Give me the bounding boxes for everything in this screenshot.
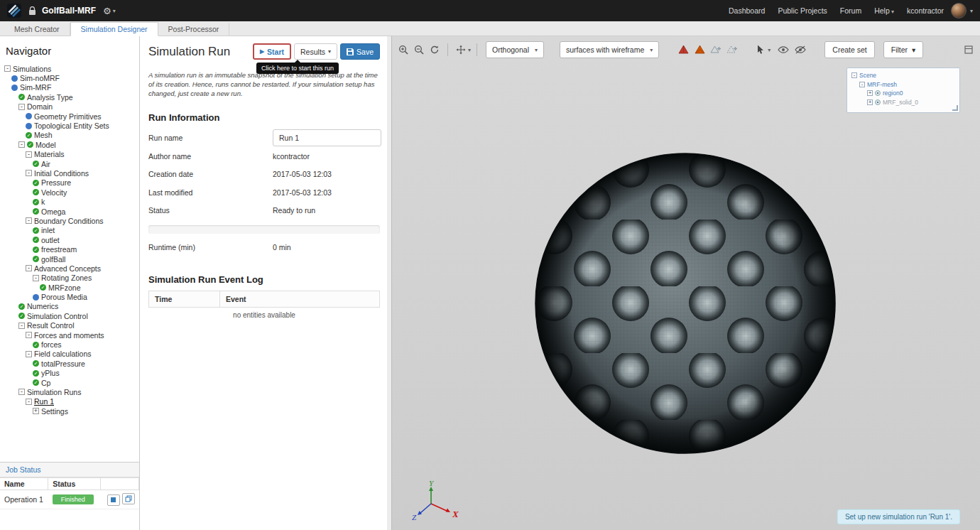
tree-item-advanced-concepts[interactable]: -Advanced Concepts bbox=[0, 264, 139, 273]
add-mesh-primitive-icon[interactable] bbox=[725, 42, 739, 58]
viewer-3d[interactable]: ▾ Orthogonal▾ surfaces with wireframe▾ bbox=[392, 36, 980, 530]
chevron-down-icon[interactable]: ▾ bbox=[768, 47, 771, 53]
tree-item-run-1[interactable]: -Run 1 bbox=[0, 397, 139, 406]
tree-item-outlet[interactable]: ✓outlet bbox=[0, 235, 139, 244]
expand-icon[interactable]: + bbox=[867, 90, 873, 96]
render-mode-select[interactable]: surfaces with wireframe▾ bbox=[560, 41, 659, 58]
topnav-dashboard[interactable]: Dashboard bbox=[729, 6, 765, 15]
collapse-icon[interactable]: - bbox=[26, 265, 32, 271]
mesh-clip-icon[interactable] bbox=[676, 42, 690, 58]
collapse-icon[interactable]: - bbox=[26, 399, 32, 405]
tree-item-pressure[interactable]: ✓Pressure bbox=[0, 178, 139, 188]
app-logo-icon[interactable] bbox=[7, 4, 21, 18]
show-all-eye-icon[interactable] bbox=[776, 42, 790, 58]
save-button[interactable]: Save bbox=[340, 43, 380, 60]
camera-mode-select[interactable]: Orthogonal▾ bbox=[486, 41, 544, 58]
tree-item-result-control[interactable]: -Result Control bbox=[0, 321, 139, 330]
tab-post-processor[interactable]: Post-Processor bbox=[158, 23, 230, 36]
project-settings-gear-icon[interactable]: ⚙ bbox=[103, 6, 111, 16]
tree-item-simulation-runs[interactable]: -Simulation Runs bbox=[0, 387, 139, 396]
chevron-down-icon[interactable]: ▾ bbox=[113, 8, 116, 14]
topnav-public-projects[interactable]: Public Projects bbox=[778, 6, 827, 15]
start-run-button[interactable]: ▶Start bbox=[253, 43, 291, 60]
collapse-icon[interactable]: - bbox=[4, 65, 11, 72]
tree-item-boundary-conditions[interactable]: -Boundary Conditions bbox=[0, 216, 139, 225]
visibility-eye-icon[interactable] bbox=[875, 99, 881, 105]
create-set-button[interactable]: Create set bbox=[824, 41, 874, 58]
panel-splitter[interactable] bbox=[387, 36, 392, 530]
mesh-quality-icon[interactable] bbox=[692, 42, 707, 58]
tree-item-topological-entity-sets[interactable]: Topological Entity Sets bbox=[0, 121, 139, 130]
tree-item-sim-mrf[interactable]: Sim-MRF bbox=[0, 83, 139, 92]
collapse-icon[interactable]: - bbox=[18, 104, 25, 110]
collapse-icon[interactable]: - bbox=[859, 82, 865, 87]
scene-item-mrf-solid-0[interactable]: +MRF_solid_0 bbox=[850, 98, 957, 107]
tree-item-cp[interactable]: ✓Cp bbox=[0, 378, 139, 387]
job-copy-button[interactable] bbox=[122, 493, 135, 504]
tree-item-field-calculations[interactable]: -Field calculations bbox=[0, 350, 139, 359]
panel-resize-handle[interactable] bbox=[952, 105, 958, 111]
tree-item-sim-nomrf[interactable]: Sim-noMRF bbox=[0, 73, 139, 82]
collapse-icon[interactable]: - bbox=[26, 217, 32, 224]
tree-item-inlet[interactable]: ✓inlet bbox=[0, 226, 139, 235]
scene-panel-toggle-icon[interactable] bbox=[962, 42, 976, 58]
expand-icon[interactable]: + bbox=[867, 99, 873, 105]
tree-item-domain[interactable]: -Domain bbox=[0, 102, 139, 112]
tree-item-settings[interactable]: +Settings bbox=[0, 406, 139, 416]
tree-item-numerics[interactable]: ✓Numerics bbox=[0, 302, 139, 311]
username-label[interactable]: kcontractor bbox=[907, 6, 944, 15]
add-geometry-primitive-icon[interactable] bbox=[709, 42, 723, 58]
tree-item-omega[interactable]: ✓Omega bbox=[0, 207, 139, 216]
scene-item-region0[interactable]: +region0 bbox=[850, 89, 957, 98]
tree-item-velocity[interactable]: ✓Velocity bbox=[0, 188, 139, 197]
expand-icon[interactable]: + bbox=[33, 408, 39, 414]
tree-item-analysis-type[interactable]: ✓Analysis Type bbox=[0, 92, 139, 102]
tree-item-initial-conditions[interactable]: -Initial Conditions bbox=[0, 168, 139, 178]
tree-item-totalpressure[interactable]: ✓totalPressure bbox=[0, 359, 139, 368]
collapse-icon[interactable]: - bbox=[26, 351, 32, 357]
tree-item-geometry-primitives[interactable]: Geometry Primitives bbox=[0, 112, 139, 121]
user-menu-chevron-icon[interactable]: ▾ bbox=[970, 8, 973, 14]
collapse-icon[interactable]: - bbox=[18, 389, 25, 395]
chevron-down-icon[interactable]: ▾ bbox=[468, 47, 471, 53]
tree-item-k[interactable]: ✓k bbox=[0, 197, 139, 206]
topnav-forum[interactable]: Forum bbox=[840, 6, 861, 15]
tree-item-simulation-control[interactable]: ✓Simulation Control bbox=[0, 311, 139, 320]
tree-item-forces-and-moments[interactable]: -Forces and moments bbox=[0, 330, 139, 340]
tree-item-forces[interactable]: ✓forces bbox=[0, 340, 139, 349]
tree-item-freestream[interactable]: ✓freestream bbox=[0, 244, 139, 254]
topnav-help[interactable]: Help ▾ bbox=[874, 6, 894, 15]
tree-item-simulations[interactable]: -Simulations bbox=[0, 64, 139, 73]
avatar[interactable] bbox=[951, 3, 967, 18]
run-name-input[interactable] bbox=[273, 129, 381, 146]
collapse-icon[interactable]: - bbox=[33, 275, 39, 281]
select-cursor-icon[interactable] bbox=[753, 42, 768, 58]
tree-item-air[interactable]: ✓Air bbox=[0, 159, 139, 168]
tree-item-materials[interactable]: -Materials bbox=[0, 150, 139, 159]
tree-item-rotating-zones[interactable]: -Rotating Zones bbox=[0, 274, 139, 283]
job-detail-button[interactable] bbox=[107, 494, 120, 506]
collapse-icon[interactable]: - bbox=[26, 151, 32, 158]
tree-item-porous-media[interactable]: Porous Media bbox=[0, 292, 139, 301]
refresh-view-icon[interactable] bbox=[428, 42, 442, 58]
zoom-in-icon[interactable] bbox=[396, 42, 410, 58]
golf-ball-mesh-model[interactable] bbox=[535, 153, 836, 454]
tree-item-golfball[interactable]: ✓golfBall bbox=[0, 254, 139, 264]
tree-item-yplus[interactable]: ✓yPlus bbox=[0, 369, 139, 378]
collapse-icon[interactable]: - bbox=[18, 141, 25, 148]
scene-item-mrf-mesh[interactable]: -MRF-mesh bbox=[850, 80, 957, 90]
collapse-icon[interactable]: - bbox=[26, 332, 32, 338]
hide-selection-eye-icon[interactable] bbox=[793, 42, 807, 58]
filter-button[interactable]: Filter▾ bbox=[883, 41, 924, 58]
tree-item-model[interactable]: -✓Model bbox=[0, 140, 139, 149]
tab-simulation-designer[interactable]: Simulation Designer bbox=[70, 22, 158, 36]
collapse-icon[interactable]: - bbox=[18, 323, 25, 329]
pan-move-icon[interactable] bbox=[454, 42, 468, 58]
scene-item-scene[interactable]: -Scene bbox=[850, 71, 957, 80]
tree-item-mesh[interactable]: ✓Mesh bbox=[0, 131, 139, 140]
tab-mesh-creator[interactable]: Mesh Creator bbox=[4, 23, 70, 36]
tree-item-mrfzone[interactable]: ✓MRFzone bbox=[0, 283, 139, 292]
results-button[interactable]: Results▾ bbox=[294, 43, 337, 60]
collapse-icon[interactable]: - bbox=[26, 170, 32, 176]
zoom-out-icon[interactable] bbox=[412, 42, 426, 58]
